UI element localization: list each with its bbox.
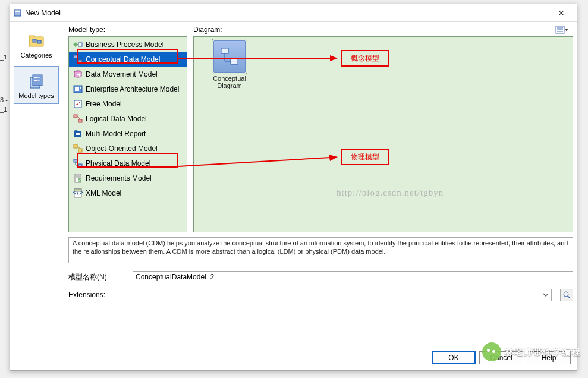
- app-icon: [14, 9, 21, 17]
- business-process-icon: [73, 39, 83, 50]
- model-type-label: Free Model: [86, 100, 122, 108]
- dialog-body: Categories Model types Model type: Diagr…: [10, 22, 577, 370]
- svg-rect-2: [33, 39, 36, 42]
- extensions-browse-button[interactable]: [560, 289, 573, 301]
- model-name-label: 模型名称(N): [68, 272, 128, 282]
- annotation-label-conceptual: 概念模型: [341, 50, 389, 67]
- svg-rect-45: [74, 189, 81, 191]
- svg-rect-26: [77, 89, 79, 91]
- ok-button[interactable]: OK: [432, 351, 476, 364]
- model-type-label: Enterprise Architecture Model: [86, 85, 179, 93]
- cancel-button[interactable]: Cancel: [479, 351, 523, 364]
- model-type-label: Model type:: [68, 26, 187, 35]
- help-button[interactable]: Help: [527, 351, 571, 364]
- svg-rect-0: [14, 10, 21, 16]
- svg-rect-47: [231, 59, 238, 64]
- annotation-highlight-conceptual: [77, 49, 178, 64]
- view-options-button[interactable]: [555, 26, 573, 35]
- chevron-down-icon: [542, 291, 550, 299]
- svg-rect-29: [78, 119, 82, 122]
- model-name-input[interactable]: [133, 271, 573, 284]
- annotation-label-physical: 物理模型: [341, 149, 389, 165]
- nav-categories-label: Categories: [20, 52, 52, 59]
- svg-line-34: [77, 146, 80, 149]
- close-button[interactable]: ✕: [549, 4, 573, 22]
- background-tree-fragment: _1 3 - _1: [0, 53, 9, 113]
- model-type-item-requirements[interactable]: Requirements Model: [69, 171, 187, 185]
- annotation-highlight-physical: [77, 153, 178, 168]
- svg-line-30: [77, 116, 80, 119]
- svg-rect-24: [80, 87, 81, 89]
- model-type-label: Multi-Model Report: [86, 130, 146, 138]
- xml-model-icon: </>: [73, 188, 83, 199]
- model-type-label: Business Process Model: [86, 40, 163, 49]
- svg-rect-32: [74, 144, 77, 148]
- model-type-label: Requirements Model: [86, 174, 152, 182]
- svg-rect-15: [78, 43, 82, 46]
- description-pane: A conceptual data model (CDM) helps you …: [68, 237, 573, 263]
- model-name-row: 模型名称(N): [68, 270, 573, 284]
- svg-rect-1: [15, 11, 20, 12]
- svg-rect-22: [75, 87, 77, 89]
- nav-model-types[interactable]: Model types: [14, 66, 59, 104]
- svg-point-14: [74, 43, 77, 46]
- model-type-item-xml-model[interactable]: </>XML Model: [69, 185, 187, 200]
- svg-rect-7: [34, 80, 37, 81]
- model-type-label: Logical Data Model: [86, 115, 147, 123]
- enterprise-arch-icon: [73, 84, 83, 94]
- model-type-item-data-movement[interactable]: Data Movement Model: [69, 67, 187, 81]
- svg-rect-3: [37, 40, 41, 43]
- svg-rect-46: [221, 48, 228, 53]
- model-type-item-multi-model-report[interactable]: Multi-Model Report: [69, 126, 187, 141]
- model-type-label: Data Movement Model: [86, 70, 158, 78]
- column-labels: Model type: Diagram:: [68, 26, 573, 35]
- extensions-row: Extensions:: [68, 288, 573, 301]
- conceptual-diagram-icon: [213, 40, 246, 73]
- data-movement-icon: [73, 69, 83, 80]
- multi-model-report-icon: [73, 128, 83, 139]
- svg-line-51: [568, 296, 570, 298]
- extensions-dropdown[interactable]: [133, 289, 552, 301]
- magnifier-icon: [562, 291, 571, 299]
- titlebar: New Model ✕: [10, 4, 577, 22]
- model-type-item-free-model[interactable]: Free Model: [69, 96, 187, 111]
- model-type-list[interactable]: Business Process Model Conceptual Data M…: [68, 36, 187, 232]
- model-type-label: Object-Oriented Model: [86, 144, 158, 153]
- extensions-label: Extensions:: [68, 291, 128, 299]
- svg-rect-31: [76, 133, 80, 135]
- svg-point-50: [564, 292, 568, 297]
- logical-data-icon: [73, 114, 83, 124]
- content-row: Business Process Model Conceptual Data M…: [68, 36, 573, 232]
- watermark-text: http://blog.csdn.net/tgbyn: [337, 188, 444, 198]
- requirements-icon: [73, 173, 83, 184]
- free-model-icon: [73, 99, 83, 109]
- nav-categories[interactable]: Categories: [14, 26, 59, 64]
- model-type-item-logical-data[interactable]: Logical Data Model: [69, 111, 187, 126]
- nav-model-types-label: Model types: [18, 92, 54, 99]
- nav-pane: Categories Model types: [14, 26, 65, 106]
- diagram-item-label: Conceptual Diagram: [200, 75, 259, 89]
- svg-rect-23: [77, 87, 79, 89]
- object-oriented-icon: [73, 143, 83, 154]
- model-type-item-enterprise-arch[interactable]: Enterprise Architecture Model: [69, 81, 187, 96]
- diagram-item-conceptual[interactable]: Conceptual Diagram: [200, 40, 259, 89]
- dialog-title: New Model: [25, 9, 549, 17]
- dialog-button-row: OK Cancel Help: [432, 351, 571, 364]
- svg-rect-28: [74, 115, 77, 118]
- svg-rect-6: [34, 77, 37, 78]
- svg-rect-25: [75, 89, 77, 91]
- model-type-label: XML Model: [86, 189, 121, 197]
- svg-rect-33: [78, 149, 82, 152]
- diagram-label: Diagram:: [193, 26, 555, 35]
